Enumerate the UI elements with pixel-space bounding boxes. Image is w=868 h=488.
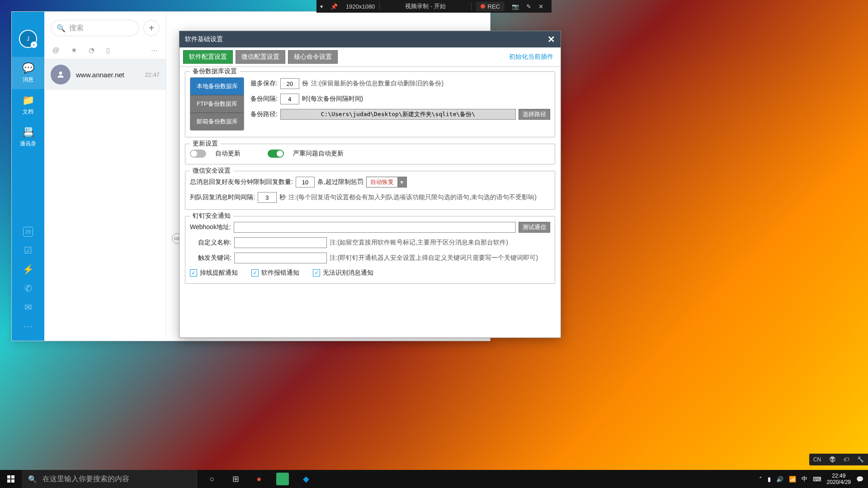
- pin-icon[interactable]: 📌: [327, 0, 341, 13]
- svg-rect-4: [11, 479, 14, 483]
- tab-wechat-config[interactable]: 微信配置设置: [236, 50, 285, 64]
- record-button[interactable]: REC: [476, 2, 505, 11]
- search-icon: 🔍: [28, 475, 37, 483]
- dialog-close-button[interactable]: ✕: [547, 34, 555, 45]
- update-fieldset: 更新设置 自动更新 严重问题自动更新: [185, 144, 555, 164]
- start-button[interactable]: [0, 470, 22, 488]
- keyword-hint: 注:(即钉钉开通机器人安全设置上得自定义关键词只需要写一个关键词即可): [330, 254, 538, 262]
- recording-toolbar: ▾ 📌 868x488 视频录制 - 开始 REC 📷 ✎ ✕: [316, 0, 552, 13]
- auto-update-toggle[interactable]: [190, 150, 206, 158]
- rate-limit-label: 总消息回复好友每分钟限制回复数量:: [190, 178, 293, 186]
- battery-icon[interactable]: ▮: [768, 476, 771, 483]
- phone-icon[interactable]: ✆: [24, 283, 32, 294]
- sidebar-item-label: 文档: [23, 108, 33, 115]
- browse-path-button[interactable]: 选择路径: [519, 109, 550, 120]
- tab-software-config[interactable]: 软件配置设置: [183, 50, 233, 64]
- conversation-item[interactable]: www.annaer.net 22:47: [44, 59, 166, 90]
- avatar[interactable]: J: [19, 30, 37, 48]
- taskbar-search[interactable]: 🔍 在这里输入你要搜索的内容: [22, 470, 197, 488]
- rate-limit-input[interactable]: [296, 177, 315, 188]
- wechat-security-fieldset: 微信安全设置 总消息回复好友每分钟限制回复数量: 条,超过限制惩罚 自动恢复 ▼…: [185, 171, 555, 210]
- custom-name-input[interactable]: [234, 237, 327, 248]
- offline-notify-checkbox[interactable]: ✓: [190, 269, 197, 277]
- svg-point-0: [59, 71, 62, 75]
- tab-core-commands[interactable]: 核心命令设置: [288, 50, 338, 64]
- error-notify-checkbox[interactable]: ✓: [251, 269, 259, 277]
- max-keep-input[interactable]: [280, 78, 299, 89]
- dingtalk-app-icon[interactable]: ◆: [296, 470, 316, 488]
- taskbar: 🔍 在这里输入你要搜索的内容 ○ ⊞ ● ◆ ˄ ▮ 🔊 📶 中 ⌨ 22:49…: [0, 470, 868, 488]
- unknown-notify-label: 无法识别消息通知: [323, 269, 373, 277]
- wifi-icon[interactable]: 📶: [789, 476, 796, 483]
- unknown-notify-checkbox[interactable]: ✓: [313, 269, 320, 277]
- archive-filter-icon[interactable]: ▯: [106, 46, 110, 54]
- search-input[interactable]: 🔍 搜索: [51, 20, 139, 36]
- more-filters-icon[interactable]: ⋯: [151, 46, 158, 54]
- db-tab-local[interactable]: 本地备份数据库: [190, 78, 244, 95]
- max-keep-hint: 注:(保留最新的备份信息数量自动删除旧的备份): [311, 80, 443, 88]
- add-button[interactable]: +: [143, 20, 160, 36]
- taskbar-search-placeholder: 在这里输入你要搜索的内容: [42, 474, 129, 484]
- wrench-icon[interactable]: 🔧: [857, 456, 864, 463]
- rate-limit-unit: 条,超过限制惩罚: [317, 178, 363, 186]
- task-view-icon[interactable]: ⊞: [225, 470, 246, 488]
- volume-icon[interactable]: 🔊: [776, 476, 783, 483]
- penalty-select[interactable]: 自动恢复 ▼: [366, 177, 407, 188]
- cortana-icon[interactable]: ○: [202, 470, 222, 488]
- chevron-down-icon: ▼: [397, 177, 406, 187]
- app-icon[interactable]: [276, 473, 289, 485]
- star-filter-icon[interactable]: ★: [71, 46, 77, 54]
- recorder-app-icon[interactable]: ●: [249, 470, 269, 488]
- sidebar-item-label: 通讯录: [20, 141, 36, 147]
- notifications-icon[interactable]: 💬: [856, 476, 863, 483]
- interval-unit: 时(每次备份间隔时间): [302, 95, 363, 103]
- offline-notify-label: 掉线提醒通知: [200, 269, 238, 277]
- sidebar-item-messages[interactable]: 💬 消息: [12, 57, 44, 89]
- path-input[interactable]: [280, 109, 516, 120]
- clock-date: 2020/4/29: [827, 479, 851, 485]
- keyboard-icon[interactable]: ⌨: [813, 476, 821, 483]
- svg-rect-2: [11, 475, 14, 479]
- chat-icon: 💬: [12, 62, 44, 74]
- search-placeholder: 搜索: [69, 23, 84, 33]
- alien-icon[interactable]: 👽: [829, 456, 836, 463]
- ime-indicator[interactable]: CN: [813, 456, 821, 463]
- camera-icon[interactable]: 📷: [508, 3, 523, 10]
- db-tab-email[interactable]: 邮箱备份数据库: [190, 113, 244, 130]
- record-dot-icon: [481, 4, 485, 9]
- sidebar-item-docs[interactable]: 📁 文档: [12, 89, 44, 121]
- close-icon[interactable]: ✕: [535, 3, 547, 10]
- db-tab-ftp[interactable]: FTP备份数据库: [190, 95, 244, 113]
- dropdown-icon[interactable]: ▾: [316, 0, 327, 13]
- path-label: 备份路径:: [250, 110, 278, 118]
- mail-icon[interactable]: ✉: [24, 302, 32, 313]
- clock-filter-icon[interactable]: ◔: [89, 46, 94, 54]
- dingtalk-fieldset: 钉钉安全通知 Webhook地址: 测试通信 自定义名称: 注:(如留空直接用软…: [185, 216, 555, 284]
- at-filter-icon[interactable]: @: [52, 46, 59, 54]
- pencil-icon[interactable]: ✎: [523, 3, 535, 10]
- calendar-icon[interactable]: 29: [23, 227, 33, 237]
- more-icon[interactable]: ⋯: [24, 321, 33, 332]
- webhook-input[interactable]: [234, 222, 516, 233]
- floating-tray[interactable]: CN 👽 🏷 🔧: [809, 454, 868, 465]
- taskbar-clock[interactable]: 22:49 2020/4/29: [827, 473, 851, 486]
- max-keep-label: 最多保存:: [250, 80, 278, 88]
- critical-update-toggle[interactable]: [268, 150, 284, 158]
- ime-icon[interactable]: 中: [802, 475, 807, 483]
- check-icon[interactable]: ☑: [24, 245, 32, 256]
- backup-fieldset: 备份数据库设置 本地备份数据库 FTP备份数据库 邮箱备份数据库 最多保存: 份…: [185, 71, 555, 137]
- keyword-input[interactable]: [234, 253, 327, 263]
- tag-icon[interactable]: 🏷: [844, 456, 849, 463]
- queue-interval-label: 列队回复消息时间间隔:: [190, 193, 255, 202]
- svg-rect-1: [7, 475, 10, 479]
- conversation-time: 22:47: [145, 71, 160, 78]
- folder-icon: 📁: [12, 94, 44, 106]
- tray-chevron-icon[interactable]: ˄: [759, 476, 762, 483]
- init-plugin-link[interactable]: 初始化当前插件: [509, 53, 557, 61]
- sidebar-item-contacts[interactable]: 📇 通讯录: [12, 121, 44, 153]
- lightning-icon[interactable]: ⚡: [23, 264, 34, 275]
- test-connection-button[interactable]: 测试通信: [519, 222, 550, 233]
- interval-input[interactable]: [280, 94, 299, 104]
- recording-status: 视频录制 - 开始: [380, 0, 471, 13]
- queue-interval-input[interactable]: [258, 192, 277, 203]
